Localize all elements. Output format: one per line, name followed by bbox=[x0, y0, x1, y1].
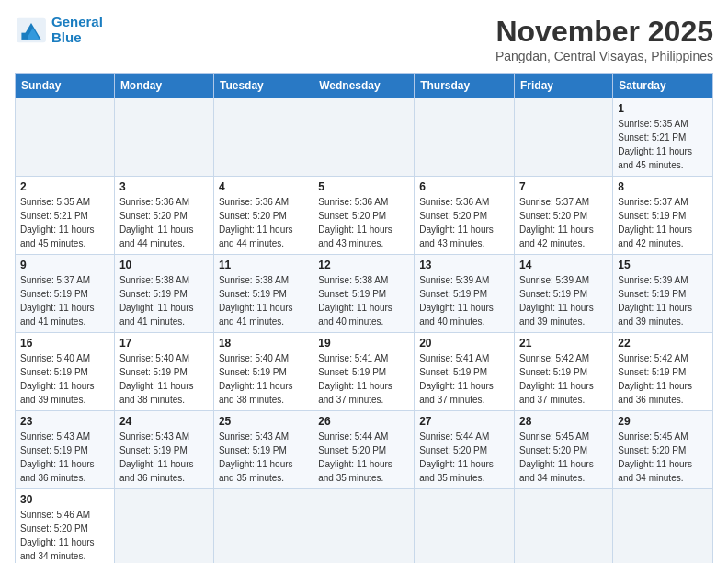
day-info: Sunrise: 5:38 AM Sunset: 5:19 PM Dayligh… bbox=[219, 273, 308, 328]
week-row-2: 2Sunrise: 5:35 AM Sunset: 5:21 PM Daylig… bbox=[16, 177, 713, 255]
day-info: Sunrise: 5:36 AM Sunset: 5:20 PM Dayligh… bbox=[318, 195, 409, 250]
day-number: 4 bbox=[219, 180, 308, 193]
day-number: 19 bbox=[318, 337, 409, 350]
calendar-body: 1Sunrise: 5:35 AM Sunset: 5:21 PM Daylig… bbox=[16, 98, 713, 564]
week-row-5: 23Sunrise: 5:43 AM Sunset: 5:19 PM Dayli… bbox=[16, 411, 713, 489]
cell-week1-day1 bbox=[16, 98, 115, 177]
day-number: 10 bbox=[119, 259, 209, 271]
header-sunday: Sunday bbox=[16, 74, 115, 98]
cell-week3-day3: 11Sunrise: 5:38 AM Sunset: 5:19 PM Dayli… bbox=[213, 255, 313, 333]
calendar-table: Sunday Monday Tuesday Wednesday Thursday… bbox=[15, 73, 713, 563]
cell-week4-day7: 22Sunrise: 5:42 AM Sunset: 5:19 PM Dayli… bbox=[613, 333, 713, 411]
day-number: 22 bbox=[618, 337, 708, 350]
cell-week6-day3 bbox=[213, 489, 313, 564]
day-info: Sunrise: 5:37 AM Sunset: 5:19 PM Dayligh… bbox=[20, 273, 109, 328]
cell-week5-day4: 26Sunrise: 5:44 AM Sunset: 5:20 PM Dayli… bbox=[313, 411, 415, 489]
day-number: 25 bbox=[219, 415, 308, 428]
day-info: Sunrise: 5:35 AM Sunset: 5:21 PM Dayligh… bbox=[20, 195, 109, 250]
cell-week2-day7: 8Sunrise: 5:37 AM Sunset: 5:19 PM Daylig… bbox=[613, 177, 713, 255]
day-info: Sunrise: 5:45 AM Sunset: 5:20 PM Dayligh… bbox=[519, 430, 608, 485]
cell-week5-day7: 29Sunrise: 5:45 AM Sunset: 5:20 PM Dayli… bbox=[613, 411, 713, 489]
cell-week4-day3: 18Sunrise: 5:40 AM Sunset: 5:19 PM Dayli… bbox=[213, 333, 313, 411]
day-info: Sunrise: 5:39 AM Sunset: 5:19 PM Dayligh… bbox=[419, 273, 509, 328]
day-number: 26 bbox=[318, 415, 409, 428]
cell-week3-day1: 9Sunrise: 5:37 AM Sunset: 5:19 PM Daylig… bbox=[16, 255, 115, 333]
cell-week5-day3: 25Sunrise: 5:43 AM Sunset: 5:19 PM Dayli… bbox=[213, 411, 313, 489]
day-number: 12 bbox=[318, 259, 409, 271]
day-number: 8 bbox=[618, 180, 708, 193]
day-info: Sunrise: 5:43 AM Sunset: 5:19 PM Dayligh… bbox=[119, 430, 209, 485]
day-info: Sunrise: 5:38 AM Sunset: 5:19 PM Dayligh… bbox=[119, 273, 209, 328]
day-number: 21 bbox=[519, 337, 608, 350]
day-info: Sunrise: 5:42 AM Sunset: 5:19 PM Dayligh… bbox=[618, 351, 708, 407]
day-number: 9 bbox=[20, 259, 109, 271]
header-friday: Friday bbox=[515, 74, 613, 98]
day-number: 7 bbox=[519, 180, 608, 193]
header-thursday: Thursday bbox=[415, 74, 515, 98]
cell-week2-day2: 3Sunrise: 5:36 AM Sunset: 5:20 PM Daylig… bbox=[114, 177, 213, 255]
cell-week2-day5: 6Sunrise: 5:36 AM Sunset: 5:20 PM Daylig… bbox=[415, 177, 515, 255]
title-block: November 2025 Pangdan, Central Visayas, … bbox=[495, 15, 713, 63]
cell-week5-day2: 24Sunrise: 5:43 AM Sunset: 5:19 PM Dayli… bbox=[114, 411, 213, 489]
cell-week3-day7: 15Sunrise: 5:39 AM Sunset: 5:19 PM Dayli… bbox=[613, 255, 713, 333]
day-number: 24 bbox=[119, 415, 209, 428]
day-info: Sunrise: 5:44 AM Sunset: 5:20 PM Dayligh… bbox=[419, 430, 509, 485]
cell-week4-day6: 21Sunrise: 5:42 AM Sunset: 5:19 PM Dayli… bbox=[515, 333, 613, 411]
day-number: 27 bbox=[419, 415, 509, 428]
header-monday: Monday bbox=[114, 74, 213, 98]
day-number: 1 bbox=[618, 102, 708, 115]
week-row-1: 1Sunrise: 5:35 AM Sunset: 5:21 PM Daylig… bbox=[16, 98, 713, 177]
day-info: Sunrise: 5:46 AM Sunset: 5:20 PM Dayligh… bbox=[20, 508, 109, 563]
day-number: 29 bbox=[618, 415, 708, 428]
day-number: 28 bbox=[519, 415, 608, 428]
logo-general: General bbox=[51, 14, 103, 29]
day-info: Sunrise: 5:40 AM Sunset: 5:19 PM Dayligh… bbox=[20, 351, 109, 407]
day-info: Sunrise: 5:35 AM Sunset: 5:21 PM Dayligh… bbox=[618, 117, 708, 172]
logo-blue: Blue bbox=[51, 29, 82, 45]
day-info: Sunrise: 5:41 AM Sunset: 5:19 PM Dayligh… bbox=[318, 351, 409, 407]
day-info: Sunrise: 5:44 AM Sunset: 5:20 PM Dayligh… bbox=[318, 430, 409, 485]
cell-week3-day5: 13Sunrise: 5:39 AM Sunset: 5:19 PM Dayli… bbox=[415, 255, 515, 333]
cell-week1-day2 bbox=[114, 98, 213, 177]
header-wednesday: Wednesday bbox=[313, 74, 415, 98]
cell-week4-day1: 16Sunrise: 5:40 AM Sunset: 5:19 PM Dayli… bbox=[16, 333, 115, 411]
day-number: 5 bbox=[318, 180, 409, 193]
cell-week6-day6 bbox=[515, 489, 613, 564]
day-number: 23 bbox=[20, 415, 109, 428]
day-number: 18 bbox=[219, 337, 308, 350]
page-header: General Blue November 2025 Pangdan, Cent… bbox=[15, 15, 713, 63]
cell-week6-day1: 30Sunrise: 5:46 AM Sunset: 5:20 PM Dayli… bbox=[16, 489, 115, 564]
day-info: Sunrise: 5:37 AM Sunset: 5:19 PM Dayligh… bbox=[618, 195, 708, 250]
cell-week2-day4: 5Sunrise: 5:36 AM Sunset: 5:20 PM Daylig… bbox=[313, 177, 415, 255]
day-info: Sunrise: 5:36 AM Sunset: 5:20 PM Dayligh… bbox=[119, 195, 209, 250]
cell-week4-day4: 19Sunrise: 5:41 AM Sunset: 5:19 PM Dayli… bbox=[313, 333, 415, 411]
day-info: Sunrise: 5:42 AM Sunset: 5:19 PM Dayligh… bbox=[519, 351, 608, 407]
day-number: 16 bbox=[20, 337, 109, 350]
cell-week3-day4: 12Sunrise: 5:38 AM Sunset: 5:19 PM Dayli… bbox=[313, 255, 415, 333]
cell-week5-day6: 28Sunrise: 5:45 AM Sunset: 5:20 PM Dayli… bbox=[515, 411, 613, 489]
day-number: 14 bbox=[519, 259, 608, 271]
cell-week6-day7 bbox=[613, 489, 713, 564]
day-info: Sunrise: 5:40 AM Sunset: 5:19 PM Dayligh… bbox=[219, 351, 308, 407]
week-row-4: 16Sunrise: 5:40 AM Sunset: 5:19 PM Dayli… bbox=[16, 333, 713, 411]
cell-week4-day5: 20Sunrise: 5:41 AM Sunset: 5:19 PM Dayli… bbox=[415, 333, 515, 411]
header-saturday: Saturday bbox=[613, 74, 713, 98]
cell-week3-day2: 10Sunrise: 5:38 AM Sunset: 5:19 PM Dayli… bbox=[114, 255, 213, 333]
day-number: 6 bbox=[419, 180, 509, 193]
cell-week6-day5 bbox=[415, 489, 515, 564]
day-number: 3 bbox=[119, 180, 209, 193]
calendar-header: Sunday Monday Tuesday Wednesday Thursday… bbox=[16, 74, 713, 98]
cell-week1-day5 bbox=[415, 98, 515, 177]
day-info: Sunrise: 5:45 AM Sunset: 5:20 PM Dayligh… bbox=[618, 430, 708, 485]
day-number: 13 bbox=[419, 259, 509, 271]
week-row-6: 30Sunrise: 5:46 AM Sunset: 5:20 PM Dayli… bbox=[16, 489, 713, 564]
day-info: Sunrise: 5:36 AM Sunset: 5:20 PM Dayligh… bbox=[219, 195, 308, 250]
day-number: 2 bbox=[20, 180, 109, 193]
month-title: November 2025 bbox=[495, 15, 713, 49]
week-row-3: 9Sunrise: 5:37 AM Sunset: 5:19 PM Daylig… bbox=[16, 255, 713, 333]
cell-week5-day1: 23Sunrise: 5:43 AM Sunset: 5:19 PM Dayli… bbox=[16, 411, 115, 489]
cell-week3-day6: 14Sunrise: 5:39 AM Sunset: 5:19 PM Dayli… bbox=[515, 255, 613, 333]
cell-week6-day2 bbox=[114, 489, 213, 564]
cell-week4-day2: 17Sunrise: 5:40 AM Sunset: 5:19 PM Dayli… bbox=[114, 333, 213, 411]
cell-week1-day7: 1Sunrise: 5:35 AM Sunset: 5:21 PM Daylig… bbox=[613, 98, 713, 177]
